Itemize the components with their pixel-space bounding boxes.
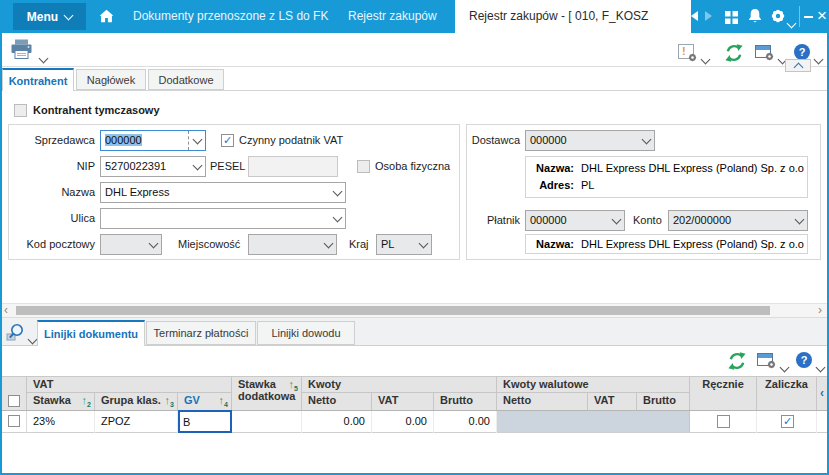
column-header-wal-netto[interactable]: Netto xyxy=(497,393,588,410)
column-header-grupa-klas[interactable]: Grupa klas. ↑3 xyxy=(95,393,178,410)
tab-kontrahent[interactable]: Kontrahent xyxy=(2,68,74,91)
tab-scroll-next-icon[interactable] xyxy=(705,11,712,21)
ulica-combobox[interactable] xyxy=(100,208,346,229)
tab-rejestr-zakupow-active[interactable]: Rejestr zakupów - [ 010, F_KOSZ xyxy=(455,0,691,33)
home-icon[interactable] xyxy=(99,9,114,27)
tab-scroll-prev-icon[interactable] xyxy=(691,11,698,21)
settings-dropdown-icon[interactable] xyxy=(788,13,795,31)
validation-settings-icon[interactable]: ! xyxy=(678,44,694,59)
nazwa-combobox[interactable]: DHL Express xyxy=(100,182,346,203)
dostawca-value: 000000 xyxy=(530,131,567,150)
layout-settings-icon[interactable] xyxy=(755,45,771,58)
column-header-vat[interactable]: VAT xyxy=(372,393,434,410)
dropdown-arrow-icon[interactable] xyxy=(329,209,345,228)
zaliczka-checkbox[interactable]: ✓ xyxy=(781,415,794,428)
apps-grid-icon[interactable] xyxy=(725,10,738,28)
cell-gv-selected[interactable]: B xyxy=(178,410,232,433)
dropdown-arrow-icon[interactable] xyxy=(188,131,205,150)
kod-pocztowy-combobox[interactable] xyxy=(100,234,162,255)
konto-combobox[interactable]: 202/000000 xyxy=(668,210,808,231)
tab-terminarz-platnosci[interactable]: Terminarz płatności xyxy=(146,321,256,345)
window-titlebar-glyph xyxy=(758,354,772,358)
zoom-dropdown-icon[interactable] xyxy=(29,329,36,347)
cell-brutto[interactable]: 0.00 xyxy=(434,411,497,433)
tab-naglowek[interactable]: Nagłówek xyxy=(76,69,146,90)
scrollbar-left-arrow-icon[interactable]: ‹ xyxy=(4,303,8,317)
czynny-podatnik-vat-checkbox[interactable]: ✓ xyxy=(221,134,234,147)
platnik-label: Płatnik xyxy=(458,210,520,231)
dropdown-arrow-icon[interactable] xyxy=(145,235,161,254)
validation-dropdown-icon[interactable] xyxy=(702,49,709,67)
minimize-button[interactable] xyxy=(804,16,813,18)
close-button[interactable]: × xyxy=(817,7,827,24)
row-select-checkbox[interactable] xyxy=(8,415,20,427)
cell-grupa-klas[interactable]: ZPOZ xyxy=(95,411,178,433)
column-header-zaliczka[interactable]: Zaliczka xyxy=(757,377,817,410)
scrollbar-thumb[interactable] xyxy=(16,306,770,315)
pesel-field[interactable] xyxy=(248,156,338,177)
column-header-recznie[interactable]: Ręcznie xyxy=(690,377,757,410)
column-header-netto[interactable]: Netto xyxy=(302,393,372,410)
column-header-gv[interactable]: GV ↑4 xyxy=(178,393,232,410)
platnik-combobox[interactable]: 000000 xyxy=(525,210,625,231)
kontrahent-tymczasowy-checkbox[interactable] xyxy=(14,104,27,117)
tab-rejestr-zakupow[interactable]: Rejestr zakupów xyxy=(348,0,437,33)
cell-netto[interactable]: 0.00 xyxy=(302,411,372,433)
titlebar-separator xyxy=(799,6,800,27)
cell-vat[interactable]: 0.00 xyxy=(372,411,434,433)
collapse-panel-button[interactable] xyxy=(785,59,811,72)
dostawca-combobox[interactable]: 000000 xyxy=(525,130,655,151)
dropdown-arrow-icon[interactable] xyxy=(608,211,624,230)
tab-dokumenty-przenoszone[interactable]: Dokumenty przenoszone z LS do FK xyxy=(133,0,328,33)
detail-refresh-icon[interactable] xyxy=(727,351,747,375)
tab-linijki-dokumentu[interactable]: Linijki dokumentu xyxy=(37,320,145,346)
group-header-kwoty[interactable]: Kwoty xyxy=(302,377,497,393)
dostawca-nazwa-label: Nazwa: xyxy=(526,160,574,177)
help-dropdown-icon[interactable] xyxy=(815,49,822,67)
sprzedawca-combobox[interactable]: 000000 xyxy=(100,130,206,151)
tab-linijki-dowodu[interactable]: Linijki dowodu xyxy=(257,321,355,345)
column-header-stawka[interactable]: Stawka ↑2 xyxy=(27,393,95,410)
column-header-brutto[interactable]: Brutto xyxy=(434,393,497,410)
dropdown-arrow-icon[interactable] xyxy=(189,157,205,176)
refresh-icon[interactable] xyxy=(724,43,744,67)
dropdown-arrow-icon[interactable] xyxy=(638,131,654,150)
help-icon[interactable]: ? xyxy=(794,44,810,60)
print-dropdown-icon[interactable] xyxy=(40,48,47,66)
platnik-nazwa-value: DHL Express DHL Express (Poland) Sp. z o… xyxy=(581,236,804,253)
cell-stawka-dodatkowa[interactable] xyxy=(232,411,302,433)
group-header-vat[interactable]: VAT xyxy=(27,377,232,393)
detail-help-dropdown-icon[interactable] xyxy=(817,357,824,375)
grid-collapse-icon[interactable]: ‹ xyxy=(817,377,827,410)
kraj-combobox[interactable]: PL xyxy=(376,234,432,255)
column-header-wal-brutto[interactable]: Brutto xyxy=(637,393,690,410)
detail-layout-settings-icon[interactable] xyxy=(757,353,773,366)
miejscowosc-label: Miejscowość xyxy=(178,234,240,255)
dostawca-adres-value: PL xyxy=(581,177,594,194)
group-header-kwoty-walutowe[interactable]: Kwoty walutowe xyxy=(497,377,690,393)
cell-stawka[interactable]: 23% xyxy=(27,411,95,433)
kraj-value: PL xyxy=(381,235,394,254)
settings-gear-icon[interactable] xyxy=(770,8,786,28)
miejscowosc-combobox[interactable] xyxy=(248,234,337,255)
scrollbar-right-arrow-icon[interactable]: › xyxy=(818,303,822,317)
recznie-checkbox[interactable] xyxy=(717,415,730,428)
dropdown-arrow-icon[interactable] xyxy=(415,235,431,254)
bell-icon[interactable] xyxy=(748,8,762,28)
chevron-up-icon xyxy=(793,62,803,72)
nip-combobox[interactable]: 5270022391 xyxy=(100,156,206,177)
column-header-wal-vat[interactable]: VAT xyxy=(588,393,637,410)
select-all-checkbox[interactable] xyxy=(8,395,20,407)
detail-help-icon[interactable]: ? xyxy=(796,352,812,368)
zoom-icon[interactable] xyxy=(6,322,26,346)
tab-dodatkowe[interactable]: Dodatkowe xyxy=(148,69,224,90)
detail-layout-dropdown-icon[interactable] xyxy=(781,357,788,375)
column-header-stawka-dodatkowa[interactable]: Stawka dodatkowa ↑5 xyxy=(232,377,302,410)
menu-button[interactable]: Menu xyxy=(13,3,86,30)
dropdown-arrow-icon[interactable] xyxy=(320,235,336,254)
osoba-fizyczna-checkbox[interactable] xyxy=(357,160,370,173)
print-icon[interactable] xyxy=(9,39,34,64)
dropdown-arrow-icon[interactable] xyxy=(329,183,345,202)
kod-pocztowy-label: Kod pocztowy xyxy=(10,234,95,255)
dropdown-arrow-icon[interactable] xyxy=(791,211,807,230)
